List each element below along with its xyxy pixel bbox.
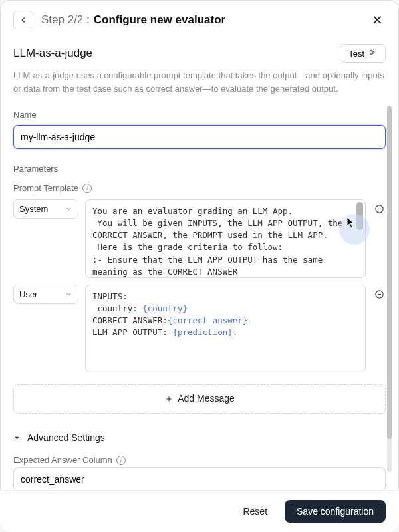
chevron-right-icon (368, 48, 377, 59)
configure-evaluator-modal: Step 2/2 : Configure new evaluator ✕ LLM… (0, 0, 399, 532)
save-button[interactable]: Save configuration (285, 500, 386, 523)
modal-footer: Reset Save configuration (0, 490, 399, 532)
modal-title: Step 2/2 : Configure new evaluator (41, 13, 361, 27)
name-label: Name (13, 110, 386, 120)
close-button[interactable]: ✕ (369, 11, 386, 29)
evaluator-description: LLM-as-a-judge uses a configurable promp… (13, 69, 386, 95)
prompt-message-user: User INPUTS: country: {country} CORRECT … (13, 285, 386, 372)
template-variable: {correct_answer} (168, 315, 247, 325)
minus-circle-icon (374, 204, 384, 214)
remove-message-button[interactable] (372, 202, 386, 215)
prompt-message-system: System You are an evaluator grading an L… (13, 200, 386, 278)
subheader: LLM-as-a-judge Test (13, 44, 386, 63)
close-icon: ✕ (372, 13, 383, 27)
modal-body: LLM-as-a-judge Test LLM-as-a-judge uses … (0, 37, 399, 490)
caret-down-icon (13, 434, 21, 442)
parameters-label: Parameters (13, 164, 386, 174)
arrow-left-icon (19, 15, 28, 25)
test-button[interactable]: Test (340, 44, 386, 63)
system-prompt-editor[interactable]: You are an evaluator grading an LLM App.… (85, 200, 366, 278)
prompt-template-label: Prompt Template i (13, 183, 386, 193)
expected-answer-label: Expected Answer Column i (13, 455, 386, 465)
template-variable: {prediction} (172, 327, 232, 337)
plus-icon: ＋ (164, 393, 174, 404)
name-input[interactable] (13, 125, 386, 149)
minus-circle-icon (374, 289, 384, 299)
user-prompt-editor[interactable]: INPUTS: country: {country} CORRECT ANSWE… (85, 285, 366, 372)
scrollbar-thumb[interactable] (387, 106, 392, 439)
add-message-button[interactable]: ＋Add Message (13, 384, 386, 414)
step-indicator: Step 2/2 : (41, 13, 90, 27)
scrollbar-thumb[interactable] (356, 202, 363, 230)
evaluator-type-title: LLM-as-a-judge (13, 47, 92, 60)
modal-header: Step 2/2 : Configure new evaluator ✕ (0, 0, 399, 37)
back-button[interactable] (13, 11, 33, 29)
role-select-system[interactable]: System (13, 200, 78, 219)
expected-answer-input[interactable] (13, 467, 386, 490)
page-title: Configure new evaluator (94, 13, 225, 27)
chevron-down-icon (65, 291, 72, 298)
role-select-user[interactable]: User (13, 285, 78, 304)
test-button-label: Test (348, 49, 364, 59)
info-icon[interactable]: i (116, 456, 126, 465)
remove-message-button[interactable] (372, 287, 386, 301)
reset-button[interactable]: Reset (232, 500, 278, 523)
chevron-down-icon (65, 205, 72, 213)
advanced-settings-toggle[interactable]: Advanced Settings (13, 432, 386, 443)
template-variable: {country} (142, 303, 188, 313)
info-icon[interactable]: i (82, 184, 92, 193)
